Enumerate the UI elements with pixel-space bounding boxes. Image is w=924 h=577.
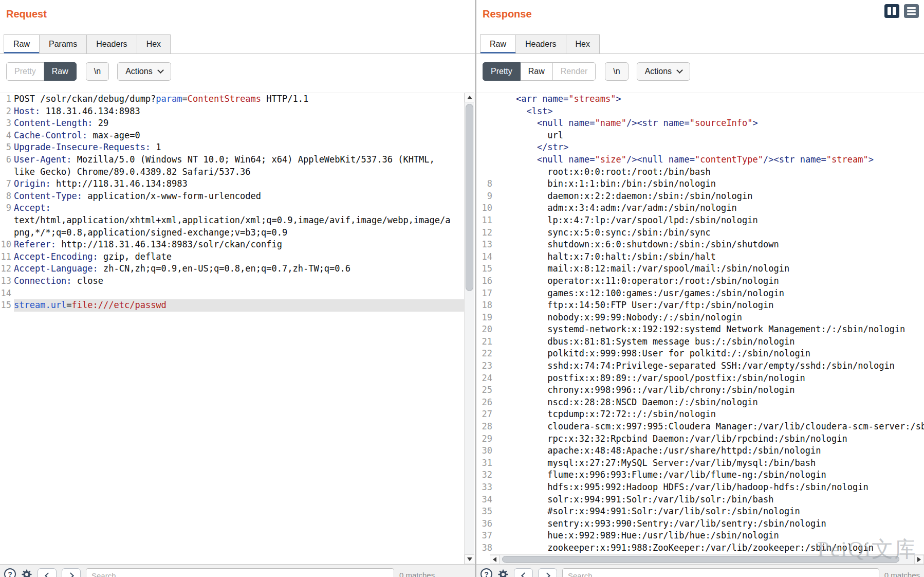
line-number: 28: [476, 421, 495, 433]
line-number: 6: [0, 154, 14, 166]
help-icon[interactable]: ?: [4, 568, 16, 577]
code-line: 8 bin:x:1:1:bin:/bin:/sbin/nologin: [476, 178, 924, 190]
code-line: 17 games:x:12:100:games:/usr/games:/sbin…: [476, 287, 924, 300]
tab-raw[interactable]: Raw: [480, 34, 516, 54]
line-number: [0, 227, 14, 239]
line-number: 25: [476, 384, 495, 396]
line-number: 9: [476, 190, 495, 203]
chevron-down-icon: [676, 67, 683, 74]
scroll-right-button[interactable]: [914, 555, 924, 564]
line-number: [476, 154, 495, 166]
line-number: 14: [476, 251, 495, 263]
code-line: 37 hue:x:992:989:Hue:/usr/lib/hue:/sbin/…: [476, 530, 924, 542]
code-line: root:x:0:0:root:/root:/bin/bash: [476, 166, 924, 178]
code-line: 3Content-Length: 29: [0, 117, 464, 130]
code-line: 18 ftp:x:14:50:FTP User:/var/ftp:/sbin/n…: [476, 299, 924, 312]
code-line: 23 sshd:x:74:74:Privilege-separated SSH:…: [476, 360, 924, 372]
scrollbar-thumb[interactable]: [502, 556, 899, 563]
code-line: 19 nobody:x:99:99:Nobody:/:/sbin/nologin: [476, 312, 924, 324]
chevron-right-icon: [544, 572, 550, 577]
line-number: [476, 141, 495, 154]
tab-params[interactable]: Params: [39, 34, 87, 54]
code-line: 7Origin: http://118.31.46.134:8983: [0, 178, 464, 190]
code-line: 34 solr:x:994:991:Solr:/var/lib/solr:/bi…: [476, 494, 924, 506]
code-line: 38 zookeeper:x:991:988:ZooKeeper:/var/li…: [476, 542, 924, 554]
line-number: [476, 93, 495, 105]
code-line: 29 rpc:x:32:32:Rpcbind Daemon:/var/lib/r…: [476, 433, 924, 445]
request-panel-title: Request: [6, 8, 47, 20]
newline-button[interactable]: \n: [86, 62, 109, 81]
request-search-bar: ? 0 matches: [0, 564, 475, 577]
request-vertical-scrollbar[interactable]: [464, 93, 474, 564]
request-search-input[interactable]: [86, 568, 394, 577]
line-number: 14: [0, 287, 14, 300]
line-number: [0, 166, 14, 178]
code-line: 27 tcpdump:x:72:72::/:/sbin/nologin: [476, 408, 924, 421]
tab-headers[interactable]: Headers: [515, 34, 566, 54]
stacked-view-icon[interactable]: [904, 4, 919, 18]
code-line: 32 flume:x:996:993:Flume:/var/lib/flume-…: [476, 469, 924, 481]
chevron-left-icon: [45, 572, 51, 577]
response-toolbar: PrettyRawRender \nActions: [483, 61, 690, 82]
columns-view-icon[interactable]: [884, 4, 899, 18]
raw-button[interactable]: Raw: [521, 62, 553, 81]
line-number: 35: [476, 506, 495, 518]
help-icon[interactable]: ?: [481, 568, 492, 577]
search-prev-button[interactable]: [38, 568, 57, 577]
code-line: 15 mail:x:8:12:mail:/var/spool/mail:/sbi…: [476, 263, 924, 275]
gear-icon[interactable]: [21, 569, 32, 577]
line-number: 11: [476, 214, 495, 227]
actions-button[interactable]: Actions: [637, 62, 690, 81]
line-number: [476, 166, 495, 178]
code-line: 13 shutdown:x:6:0:shutdown:/sbin:/sbin/s…: [476, 239, 924, 251]
request-toolbar: PrettyRaw \nActions: [6, 61, 171, 82]
line-number: [476, 105, 495, 118]
tab-headers[interactable]: Headers: [86, 34, 137, 54]
line-number: 12: [0, 263, 14, 275]
response-horizontal-scrollbar[interactable]: [490, 554, 924, 564]
request-editor[interactable]: 1POST /solr/ckan/debug/dump?param=Conten…: [0, 93, 464, 312]
layout-toggle-group: [884, 4, 919, 18]
actions-button[interactable]: Actions: [117, 62, 171, 81]
code-line: 8Content-Type: application/x-www-form-ur…: [0, 190, 464, 203]
raw-button[interactable]: Raw: [44, 62, 77, 81]
response-viewer[interactable]: <arr name="streams"> <lst> <null name="n…: [476, 93, 924, 554]
line-number: 26: [476, 396, 495, 409]
tab-hex[interactable]: Hex: [566, 34, 600, 54]
line-number: 21: [476, 336, 495, 348]
newline-button[interactable]: \n: [605, 62, 628, 81]
tab-raw[interactable]: Raw: [4, 34, 40, 54]
pretty-button[interactable]: Pretty: [483, 62, 521, 81]
code-line: 14 halt:x:7:0:halt:/sbin:/sbin/halt: [476, 251, 924, 263]
search-next-button[interactable]: [62, 568, 81, 577]
code-line: 31 mysql:x:27:27:MySQL Server:/var/lib/m…: [476, 457, 924, 470]
code-line: <lst>: [476, 105, 924, 118]
search-next-button[interactable]: [538, 568, 557, 577]
chevron-down-icon: [157, 67, 164, 74]
line-number: 17: [476, 287, 495, 300]
tab-hex[interactable]: Hex: [137, 34, 171, 54]
line-number: 34: [476, 494, 495, 506]
line-number: 22: [476, 348, 495, 360]
scrollbar-thumb[interactable]: [466, 104, 473, 291]
code-line: 14: [0, 287, 464, 300]
code-line: 11 lp:x:4:7:lp:/var/spool/lpd:/sbin/nolo…: [476, 214, 924, 227]
pretty-button: Pretty: [6, 62, 44, 81]
code-line: 25 chrony:x:998:996::/var/lib/chrony:/sb…: [476, 384, 924, 396]
triangle-right-icon: [917, 557, 921, 562]
response-search-input[interactable]: [562, 568, 879, 577]
gear-icon[interactable]: [497, 569, 509, 577]
scroll-left-button[interactable]: [490, 555, 500, 564]
scroll-down-button[interactable]: [465, 554, 474, 564]
code-line: 21 dbus:x:81:81:System message bus:/:/sb…: [476, 336, 924, 348]
scroll-up-button[interactable]: [465, 93, 474, 102]
render-button: Render: [553, 62, 596, 81]
request-tabs: RawParamsHeadersHex: [0, 32, 475, 54]
code-line: 4Cache-Control: max-age=0: [0, 130, 464, 142]
line-number: 29: [476, 433, 495, 445]
search-prev-button[interactable]: [514, 568, 533, 577]
line-number: 10: [0, 239, 14, 251]
code-line: like Gecko) Chrome/89.0.4389.82 Safari/5…: [0, 166, 464, 178]
chevron-left-icon: [521, 572, 528, 577]
line-number: 8: [0, 190, 14, 203]
